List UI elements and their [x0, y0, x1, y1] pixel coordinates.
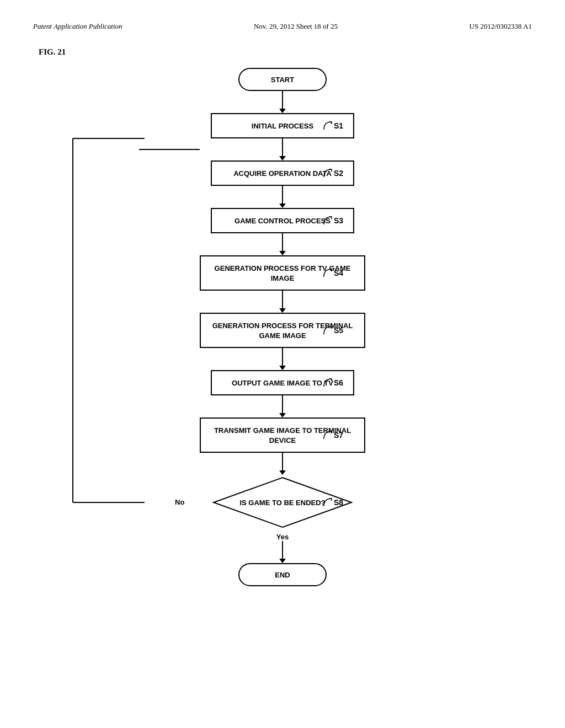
yes-label: Yes	[276, 533, 289, 541]
arrow-head	[279, 251, 286, 255]
arrow-head	[279, 413, 286, 417]
s2-tag-label: S2	[334, 169, 343, 178]
arrow-line	[282, 233, 283, 251]
arrow-s3-s4	[279, 233, 286, 255]
header-right: US 2012/0302338 A1	[470, 22, 532, 31]
s8-tag-label: S8	[334, 498, 343, 507]
arrow-s5-s6	[279, 348, 286, 370]
flowchart-inner: START INITIAL PROCESS S1	[145, 68, 420, 586]
s6-tag-label: S6	[334, 378, 343, 387]
s6-tag: S6	[322, 377, 343, 389]
arrow-head	[279, 559, 286, 563]
s8-tag-icon	[322, 496, 334, 508]
s5-tag-icon	[322, 324, 334, 336]
s3-tag: S3	[322, 215, 343, 227]
arrow-line	[282, 453, 283, 470]
arrow-s7-s8	[279, 453, 286, 475]
end-shape: END	[238, 563, 327, 586]
page: Patent Application Publication Nov. 29, …	[0, 0, 565, 728]
arrow-s2-s3	[279, 186, 286, 208]
arrow-line	[282, 186, 283, 204]
loop-back-svg	[67, 475, 145, 728]
arrow-start-s1	[279, 91, 286, 113]
end-box: END	[238, 563, 327, 586]
s1-tag-label: S1	[334, 121, 343, 130]
step-row-s8: IS GAME TO BE ENDED? S8	[145, 475, 420, 530]
arrow-head	[279, 470, 286, 475]
s8-tag: S8	[322, 496, 343, 508]
s1-tag: S1	[322, 120, 343, 132]
step-row-s1: INITIAL PROCESS S1	[145, 113, 420, 138]
s2-tag: S2	[322, 167, 343, 179]
s7-tag: S7	[322, 429, 343, 441]
arrow-line	[282, 91, 283, 109]
arrow-head	[279, 109, 286, 113]
s6-label: OUTPUT GAME IMAGE TO TV	[232, 379, 333, 387]
s2-label: ACQUIRE OPERATION DATA	[233, 169, 332, 178]
s4-tag-icon	[322, 267, 334, 279]
s4-tag-label: S4	[334, 269, 343, 277]
arrow-line-loop	[282, 138, 283, 156]
s3-label: GAME CONTROL PROCESS	[234, 217, 331, 225]
flowchart: START INITIAL PROCESS S1	[33, 68, 532, 586]
arrow-line	[282, 291, 283, 308]
step-row-s2: ACQUIRE OPERATION DATA S2	[145, 160, 420, 186]
s4-tag: S4	[322, 267, 343, 279]
step-row-s7: TRANSMIT GAME IMAGE TO TERMINAL DEVICE S…	[145, 417, 420, 453]
start-label: START	[271, 76, 294, 84]
arrow-line	[282, 395, 283, 413]
arrow-head-loop	[279, 156, 286, 160]
s8-diamond-text: IS GAME TO BE ENDED?	[233, 499, 332, 507]
start-box: START	[238, 68, 327, 91]
s2-tag-icon	[322, 167, 334, 179]
arrow-s8-end	[279, 541, 286, 563]
s7-tag-icon	[322, 429, 334, 441]
arrow-s4-s5	[279, 291, 286, 313]
step-row-s3: GAME CONTROL PROCESS S3	[145, 208, 420, 233]
s5-tag-label: S5	[334, 326, 343, 335]
loop-back-horiz-top	[139, 149, 200, 150]
arrow-line	[282, 348, 283, 366]
s1-tag-icon	[322, 120, 334, 132]
s8-section: No IS GAME TO BE ENDED? S8	[145, 475, 420, 563]
arrow-head	[279, 204, 286, 208]
arrow-line	[282, 541, 283, 559]
arrow-s1-s2	[145, 138, 420, 160]
figure-label: FIG. 21	[39, 47, 532, 57]
header-left: Patent Application Publication	[33, 22, 122, 31]
s6-tag-icon	[322, 377, 334, 389]
arrow-s6-s7	[279, 395, 286, 417]
step-row-s4: GENERATION PROCESS FOR TV GAME IMAGE S4	[145, 255, 420, 291]
step-row-s5: GENERATION PROCESS FOR TERMINAL GAME IMA…	[145, 313, 420, 348]
arrow-head	[279, 366, 286, 370]
arrow-head	[279, 308, 286, 313]
header: Patent Application Publication Nov. 29, …	[33, 22, 532, 31]
s1-label: INITIAL PROCESS	[252, 122, 313, 130]
end-label: END	[275, 571, 290, 579]
s3-tag-label: S3	[334, 216, 343, 225]
s7-tag-label: S7	[334, 431, 343, 440]
start-shape: START	[238, 68, 327, 91]
step-row-s6: OUTPUT GAME IMAGE TO TV S6	[145, 370, 420, 395]
header-center: Nov. 29, 2012 Sheet 18 of 25	[254, 22, 338, 31]
s3-tag-icon	[322, 215, 334, 227]
s5-tag: S5	[322, 324, 343, 336]
